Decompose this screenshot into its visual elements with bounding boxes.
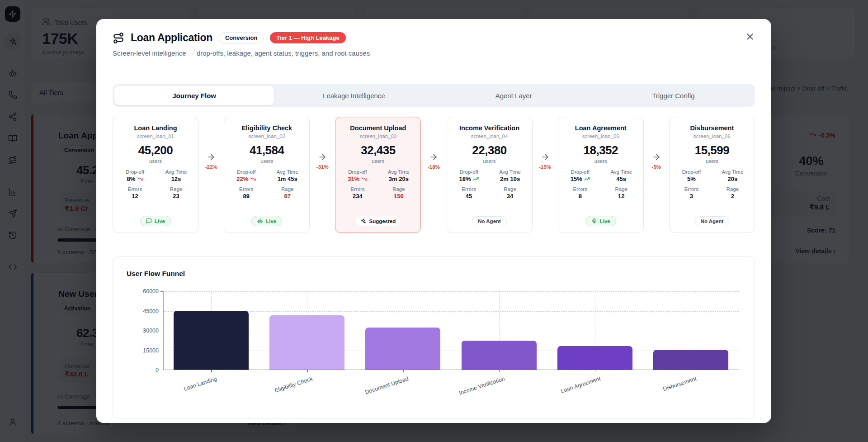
screen-stats: Drop-off31%Avg Time3m 20sErrors234Rage15… [339, 169, 417, 200]
stat-cell: Rage12 [603, 186, 640, 200]
y-tick-label: 45000 [143, 308, 163, 314]
screen-users-label: users [594, 158, 607, 164]
arrow-right-icon [207, 152, 216, 163]
screen-id: screen_loan_04 [471, 133, 508, 139]
arrow-right-icon [541, 152, 550, 163]
screen-name: Document Upload [350, 124, 406, 132]
agent-status-badge: Live [585, 216, 616, 226]
funnel-bar-1 [174, 311, 249, 370]
transition-arrow: -22% [200, 89, 222, 233]
close-icon[interactable] [743, 30, 757, 43]
stat-cell: Avg Time12s [158, 169, 194, 182]
stat-cell: Avg Time20s [714, 169, 751, 182]
stat-cell: Rage23 [158, 186, 194, 200]
agent-status-badge: No Agent [695, 216, 730, 226]
transition-arrow: -5% [646, 89, 667, 233]
tier-badge: Tier 1 — High Leakage [270, 32, 345, 43]
screen-stats: Drop-off18%Avg Time2m 10sErrors45Rage34 [451, 169, 528, 200]
gridline-v-edge [739, 291, 739, 370]
y-tick-label: 15000 [143, 347, 163, 354]
stat-cell: Rage2 [714, 186, 751, 200]
stat-cell: Avg Time2m 10s [492, 169, 528, 182]
screen-users-label: users [260, 158, 273, 164]
gridline-h [163, 351, 739, 351]
funnel-bar-3 [365, 328, 440, 370]
loan-application-modal: Loan Application Conversion Tier 1 — Hig… [96, 19, 771, 423]
y-tick-label: 30000 [143, 328, 163, 334]
flow-card-screen_loan_04[interactable]: Income Verificationscreen_loan_0422,380u… [447, 117, 533, 233]
transition-arrow: -15% [534, 89, 556, 233]
app-screen: Total Users 175K 4 active journeys n ue … [0, 0, 868, 442]
x-tick-label: Eligibility Check [239, 375, 314, 405]
screen-users-count: 45,200 [138, 143, 173, 157]
funnel-bar-chart: 015000300004500060000Loan LandingEligibi… [163, 291, 739, 370]
screen-id: screen_loan_02 [248, 133, 285, 139]
stat-cell: Avg Time45s [603, 169, 640, 182]
flow-card-screen_loan_02[interactable]: Eligibility Checkscreen_loan_0241,584use… [224, 117, 310, 233]
screen-users-label: users [483, 158, 496, 164]
stat-cell: Drop-off8% [117, 169, 153, 182]
flow-card-screen_loan_06[interactable]: Disbursementscreen_loan_0615,599usersDro… [669, 117, 755, 233]
transition-arrow: -18% [423, 89, 444, 233]
flow-card-screen_loan_05[interactable]: Loan Agreementscreen_loan_0518,352usersD… [558, 117, 644, 233]
screen-stats: Drop-off5%Avg Time20sErrors3Rage2 [673, 169, 751, 200]
flow-card-screen_loan_01[interactable]: Loan Landingscreen_loan_0145,200usersDro… [113, 117, 198, 233]
x-tick-label: Disbursement [622, 375, 697, 405]
stat-cell: Avg Time1m 45s [269, 169, 306, 182]
screen-name: Eligibility Check [241, 124, 292, 132]
gridline-h [163, 291, 739, 292]
funnel-bar-6 [653, 350, 728, 370]
stat-cell: Drop-off22% [228, 169, 264, 182]
screen-id: screen_loan_01 [137, 133, 174, 139]
transition-arrow: -31% [311, 89, 333, 233]
modal-title: Loan Application [131, 32, 212, 44]
x-tick-label: Loan Landing [142, 375, 217, 405]
funnel-panel: User Flow Funnel 015000300004500060000Lo… [113, 257, 755, 418]
funnel-bar-4 [462, 341, 537, 370]
journey-flow-row: Loan Landingscreen_loan_0145,200usersDro… [113, 117, 755, 233]
flow-card-screen_loan_03[interactable]: Document Uploadscreen_loan_0332,435users… [335, 117, 421, 233]
journey-route-icon [113, 32, 124, 44]
tab-leakage-intelligence[interactable]: Leakage Intelligence [274, 86, 434, 105]
stat-cell: Drop-off31% [339, 169, 376, 182]
tab-trigger-config[interactable]: Trigger Config [594, 86, 753, 105]
screen-users-label: users [706, 158, 718, 164]
screen-id: screen_loan_03 [359, 133, 396, 139]
stat-cell: Errors8 [562, 186, 599, 200]
stat-cell: Rage34 [492, 186, 528, 200]
stat-cell: Errors89 [228, 186, 264, 200]
agent-status-badge: Live [251, 216, 282, 226]
dropoff-percent: -31% [316, 164, 329, 170]
screen-users-count: 41,584 [250, 143, 284, 157]
dropoff-percent: -15% [539, 164, 551, 170]
stat-cell: Rage67 [269, 186, 306, 200]
screen-id: screen_loan_06 [693, 133, 731, 139]
screen-users-count: 15,599 [695, 143, 730, 157]
screen-name: Loan Landing [134, 124, 177, 132]
y-axis [163, 291, 164, 370]
screen-users-label: users [149, 158, 162, 164]
stat-cell: Drop-off5% [673, 169, 710, 182]
screen-users-label: users [372, 158, 384, 164]
screen-name: Income Verification [459, 124, 519, 132]
agent-status-badge: Suggested [354, 216, 401, 226]
stat-cell: Drop-off18% [451, 169, 487, 182]
funnel-bar-5 [557, 346, 632, 370]
tab-agent-layer[interactable]: Agent Layer [434, 86, 594, 105]
gridline-h [163, 331, 739, 331]
screen-id: screen_loan_05 [582, 133, 619, 139]
agent-status-badge: No Agent [472, 216, 507, 226]
stat-cell: Errors3 [673, 186, 710, 200]
x-axis [163, 370, 739, 371]
tab-journey-flow[interactable]: Journey Flow [114, 86, 274, 105]
screen-name: Loan Agreement [575, 124, 627, 132]
x-tick-label: Document Upload [335, 375, 410, 405]
dropoff-percent: -18% [428, 164, 440, 170]
screen-users-count: 22,380 [472, 143, 507, 157]
screen-stats: Drop-off8%Avg Time12sErrors12Rage23 [117, 169, 194, 200]
screen-name: Disbursement [690, 124, 734, 132]
stat-cell: Errors45 [451, 186, 487, 200]
stat-cell: Errors234 [339, 186, 376, 200]
agent-status-badge: Live [140, 216, 171, 226]
stat-cell: Avg Time3m 20s [380, 169, 417, 182]
